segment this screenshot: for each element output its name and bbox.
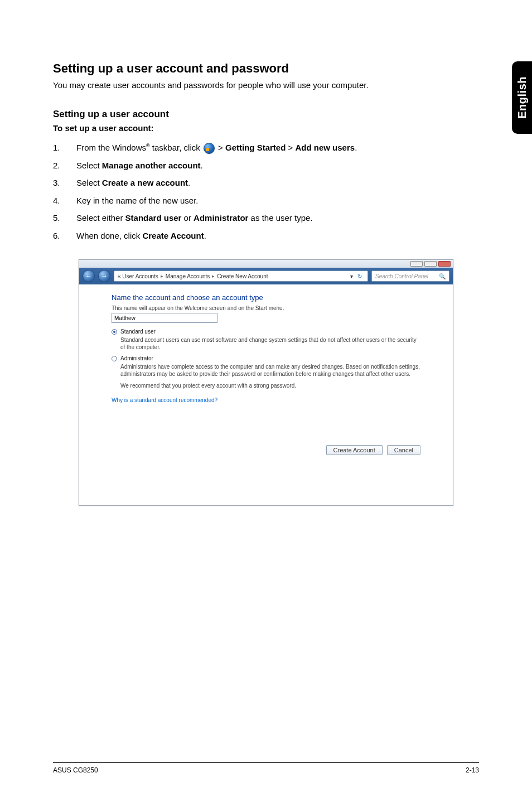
create-account-window: ← → « User Accounts ▸ Manage Accounts ▸ … <box>79 259 453 506</box>
step-2: Select Manage another account. <box>53 158 479 173</box>
radio-icon-unchecked <box>112 356 117 361</box>
search-placeholder: Search Control Panel <box>375 273 428 279</box>
search-input[interactable]: Search Control Panel 🔍 <box>371 270 449 282</box>
step-5-text-c: as the user type. <box>248 213 312 223</box>
step-1: From the Windows® taskbar, click > Getti… <box>53 141 479 155</box>
start-menu-icon <box>204 143 215 154</box>
radio-standard-user[interactable]: Standard user <box>112 328 420 335</box>
steps-list: From the Windows® taskbar, click > Getti… <box>53 141 479 243</box>
radio-admin-label: Administrator <box>120 355 153 361</box>
breadcrumb-seg-1: « User Accounts <box>118 273 158 279</box>
step-5-bold-2: Administrator <box>194 213 248 223</box>
step-6-text-b: . <box>204 231 206 240</box>
radio-administrator[interactable]: Administrator <box>112 355 420 361</box>
cancel-button[interactable]: Cancel <box>387 445 420 455</box>
dialog-heading: Name the account and choose an account t… <box>112 293 420 302</box>
breadcrumb-seg-2: Manage Accounts <box>166 273 210 279</box>
section-lead: To set up a user account: <box>53 123 479 133</box>
window-titlebar <box>79 260 453 268</box>
step-4: Key in the name of the new user. <box>53 194 479 208</box>
step-3-bold: Create a new account <box>102 178 188 187</box>
radio-icon-checked <box>112 329 117 335</box>
page-footer: ASUS CG8250 2-13 <box>53 762 479 774</box>
step-1-sep-2: > <box>286 143 295 152</box>
window-body: Name the account and choose an account t… <box>79 284 453 441</box>
section-heading: Setting up a user account <box>53 109 479 120</box>
step-3-text-b: . <box>188 178 190 187</box>
step-2-bold: Manage another account <box>102 161 201 170</box>
breadcrumb-sep-1: ▸ <box>161 273 163 279</box>
maximize-button[interactable] <box>424 261 437 267</box>
step-3: Select Create a new account. <box>53 176 479 190</box>
step-5-bold-1: Standard user <box>125 213 182 223</box>
forward-button[interactable]: → <box>98 270 110 282</box>
account-name-field[interactable]: Matthew <box>112 313 217 323</box>
window-action-bar: Create Account Cancel <box>79 441 453 505</box>
back-button[interactable]: ← <box>83 270 95 282</box>
create-account-button[interactable]: Create Account <box>326 445 383 455</box>
footer-right: 2-13 <box>466 766 479 774</box>
breadcrumb-dropdown-icon[interactable]: ▾ <box>350 273 353 279</box>
step-2-text-a: Select <box>76 161 102 170</box>
radio-admin-desc-2: We recommend that you protect every acco… <box>120 382 420 389</box>
language-label: English <box>516 76 529 119</box>
radio-admin-desc-1: Administrators have complete access to t… <box>120 363 420 378</box>
step-6: When done, click Create Account. <box>53 229 479 243</box>
intro-text: You may create user accounts and passwor… <box>53 80 479 90</box>
window-nav-bar: ← → « User Accounts ▸ Manage Accounts ▸ … <box>79 268 453 284</box>
step-1-text-a: From the Windows <box>76 143 146 152</box>
step-2-text-b: . <box>201 161 203 170</box>
step-1-sep-1: > <box>216 143 225 152</box>
close-button[interactable] <box>438 261 451 267</box>
step-1-text-end: . <box>355 143 357 152</box>
step-6-text-a: When done, click <box>76 231 142 240</box>
step-5: Select either Standard user or Administr… <box>53 211 479 225</box>
breadcrumb-seg-3: Create New Account <box>217 273 268 279</box>
radio-standard-label: Standard user <box>120 328 156 335</box>
step-6-bold: Create Account <box>142 231 204 240</box>
language-tab: English <box>512 61 532 134</box>
radio-standard-desc: Standard account users can use most soft… <box>120 336 420 351</box>
page-title: Setting up a user account and password <box>53 61 479 76</box>
footer-left: ASUS CG8250 <box>53 766 98 774</box>
step-1-text-b: taskbar, click <box>150 143 202 152</box>
registered-mark: ® <box>146 143 150 148</box>
minimize-button[interactable] <box>410 261 423 267</box>
step-1-bold-1: Getting Started <box>225 143 286 152</box>
refresh-icon[interactable]: ↻ <box>355 273 364 279</box>
why-standard-link[interactable]: Why is a standard account recommended? <box>112 397 217 403</box>
search-icon: 🔍 <box>439 273 446 279</box>
step-5-text-a: Select either <box>76 213 125 223</box>
breadcrumb-sep-2: ▸ <box>212 273 215 279</box>
breadcrumb[interactable]: « User Accounts ▸ Manage Accounts ▸ Crea… <box>114 270 368 282</box>
step-3-text-a: Select <box>76 178 102 187</box>
dialog-subtext: This name will appear on the Welcome scr… <box>112 305 420 311</box>
step-5-text-b: or <box>181 213 194 223</box>
step-1-bold-2: Add new users <box>295 143 355 152</box>
